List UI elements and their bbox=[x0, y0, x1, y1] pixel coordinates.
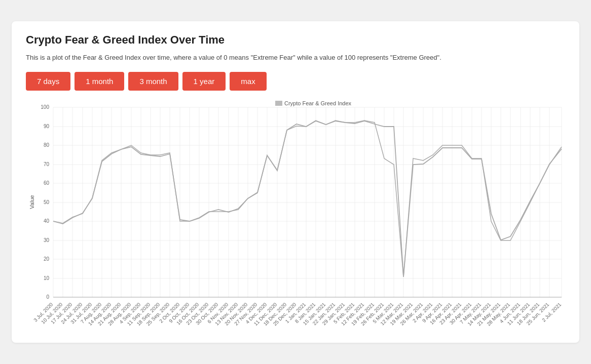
fear-greed-chart: .grid-line { stroke: #ddd; stroke-width:… bbox=[26, 100, 565, 333]
page-description: This is a plot of the Fear & Greed Index… bbox=[26, 53, 565, 63]
chart-container: .grid-line { stroke: #ddd; stroke-width:… bbox=[26, 100, 565, 333]
svg-text:30: 30 bbox=[44, 237, 50, 243]
svg-text:50: 50 bbox=[44, 199, 50, 205]
svg-text:60: 60 bbox=[44, 180, 50, 186]
time-range-buttons: 7 days 1 month 3 month 1 year max bbox=[26, 72, 565, 91]
svg-text:40: 40 bbox=[44, 218, 50, 224]
btn-1month[interactable]: 1 month bbox=[75, 72, 124, 91]
btn-max[interactable]: max bbox=[230, 72, 266, 91]
btn-7days[interactable]: 7 days bbox=[26, 72, 70, 91]
x-axis-labels: 3 Jul, 2020 10 Jul, 2020 17 Jul, 2020 24… bbox=[32, 301, 563, 327]
legend-label: Crypto Fear & Greed Index bbox=[284, 100, 352, 106]
legend-icon bbox=[275, 101, 282, 106]
page-title: Crypto Fear & Greed Index Over Time bbox=[26, 33, 565, 47]
btn-3month[interactable]: 3 month bbox=[128, 72, 178, 91]
svg-text:20: 20 bbox=[44, 256, 50, 262]
svg-text:70: 70 bbox=[44, 161, 50, 167]
svg-text:80: 80 bbox=[44, 142, 50, 148]
svg-text:0: 0 bbox=[46, 294, 49, 300]
svg-text:100: 100 bbox=[41, 104, 49, 110]
main-card: Crypto Fear & Greed Index Over Time This… bbox=[12, 21, 579, 343]
btn-1year[interactable]: 1 year bbox=[182, 72, 226, 91]
svg-text:Value: Value bbox=[29, 195, 35, 209]
chart-polyline bbox=[53, 120, 562, 277]
svg-text:90: 90 bbox=[44, 124, 50, 129]
svg-text:10: 10 bbox=[44, 275, 50, 281]
